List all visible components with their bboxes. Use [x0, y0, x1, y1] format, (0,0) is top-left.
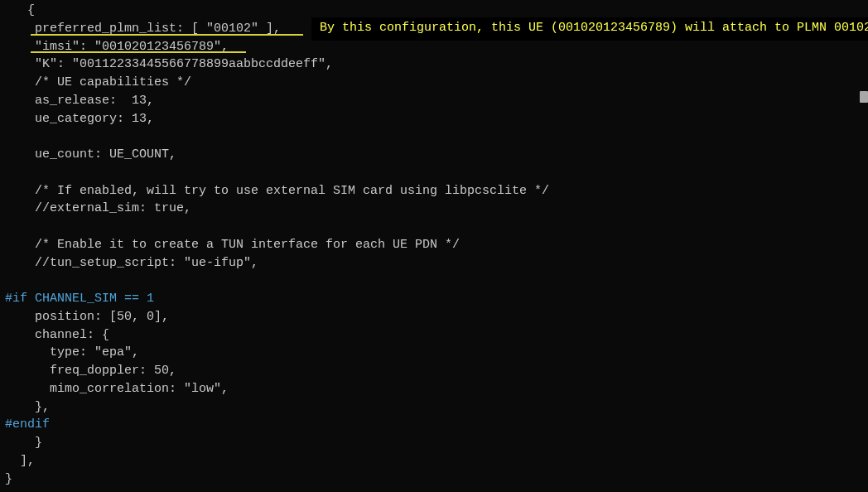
highlight-underline: [31, 34, 303, 36]
code-line: /* Enable it to create a TUN interface f…: [5, 238, 460, 252]
code-line: "K": "00112233445566778899aabbccddeeff",: [5, 57, 333, 71]
code-line: ],: [5, 454, 35, 468]
code-line: mimo_correlation: "low",: [5, 382, 229, 396]
code-line: }: [5, 472, 12, 486]
code-line: ue_count: UE_COUNT,: [5, 147, 176, 162]
code-block: { preferred_plmn_list: [ "00102" ], "ims…: [5, 2, 868, 488]
code-line: freq_doppler: 50,: [5, 364, 176, 378]
code-line: #if CHANNEL_SIM == 1: [5, 292, 154, 306]
code-line: },: [5, 400, 50, 414]
code-line: /* UE capabilities */: [5, 75, 191, 89]
code-line: channel: {: [5, 328, 109, 342]
code-line: /* If enabled, will try to use external …: [5, 184, 549, 198]
highlight-underline: [31, 51, 246, 53]
code-line: #endif: [5, 417, 50, 432]
code-line: type: "epa",: [5, 345, 139, 359]
code-line: //external_sim: true,: [5, 201, 191, 215]
code-line: {: [5, 3, 35, 17]
annotation-callout: By this configuration, this UE (00102012…: [311, 17, 868, 41]
code-line: as_release: 13,: [5, 94, 154, 108]
scrollbar-thumb[interactable]: [860, 91, 868, 103]
code-line: ue_category: 13,: [5, 112, 154, 126]
code-line: //tun_setup_script: "ue-ifup",: [5, 256, 258, 270]
code-line: }: [5, 436, 42, 450]
code-line: position: [50, 0],: [5, 310, 169, 324]
